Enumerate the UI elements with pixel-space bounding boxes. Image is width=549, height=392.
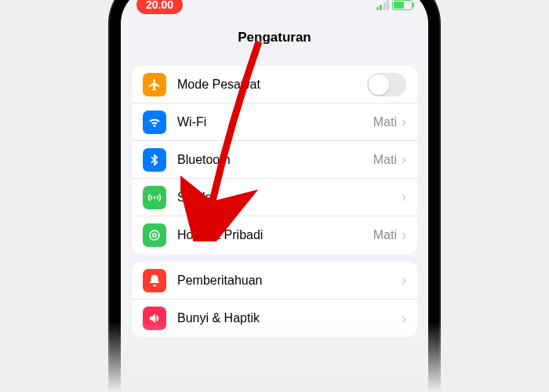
status-bar: 20.00 bbox=[121, 0, 428, 22]
chevron-right-icon: › bbox=[402, 272, 406, 289]
row-label: Pemberitahuan bbox=[177, 274, 402, 288]
wifi-icon bbox=[143, 111, 166, 134]
notifications-icon bbox=[143, 269, 166, 292]
chevron-right-icon: › bbox=[402, 151, 406, 168]
cellular-icon bbox=[143, 186, 166, 209]
chevron-right-icon: › bbox=[402, 189, 406, 205]
screen: 20.00 Pengaturan Mode Pesawat bbox=[121, 0, 428, 392]
page-title: Pengaturan bbox=[121, 22, 428, 58]
row-wifi[interactable]: Wi-Fi Mati › bbox=[132, 103, 417, 141]
cell-signal-icon bbox=[376, 0, 390, 10]
row-label: Bluetooth bbox=[177, 153, 373, 167]
row-value: Mati bbox=[373, 115, 397, 129]
hotspot-icon bbox=[143, 223, 166, 247]
row-label: Hotspot Pribadi bbox=[177, 228, 373, 242]
row-bluetooth[interactable]: Bluetooth Mati › bbox=[132, 141, 417, 179]
row-notifications[interactable]: Pemberitahuan › bbox=[132, 262, 417, 299]
chevron-right-icon: › bbox=[402, 114, 406, 130]
chevron-right-icon: › bbox=[402, 310, 406, 327]
row-label: Bunyi & Haptik bbox=[177, 311, 402, 325]
row-label: Seluler bbox=[177, 191, 402, 205]
row-cellular[interactable]: Seluler › bbox=[132, 179, 417, 216]
row-value: Mati bbox=[373, 228, 397, 242]
airplane-icon bbox=[143, 73, 166, 96]
airplane-toggle[interactable] bbox=[367, 73, 406, 96]
row-sounds[interactable]: Bunyi & Haptik › bbox=[132, 299, 417, 337]
row-value: Mati bbox=[373, 153, 397, 167]
status-right bbox=[376, 0, 413, 10]
phone-frame: 20.00 Pengaturan Mode Pesawat bbox=[110, 0, 439, 392]
bluetooth-icon bbox=[143, 148, 166, 172]
recording-time-pill[interactable]: 20.00 bbox=[136, 0, 183, 14]
battery-icon bbox=[392, 0, 413, 10]
row-hotspot[interactable]: Hotspot Pribadi Mati › bbox=[132, 216, 417, 254]
row-label: Mode Pesawat bbox=[177, 78, 367, 92]
settings-group-notifications: Pemberitahuan › Bunyi & Haptik › bbox=[132, 262, 417, 337]
sounds-icon bbox=[143, 307, 166, 330]
row-airplane-mode[interactable]: Mode Pesawat bbox=[132, 66, 417, 103]
settings-group-connectivity: Mode Pesawat Wi-Fi Mati › Bluetooth Mati… bbox=[132, 66, 417, 254]
row-label: Wi-Fi bbox=[177, 115, 373, 129]
chevron-right-icon: › bbox=[402, 227, 406, 244]
